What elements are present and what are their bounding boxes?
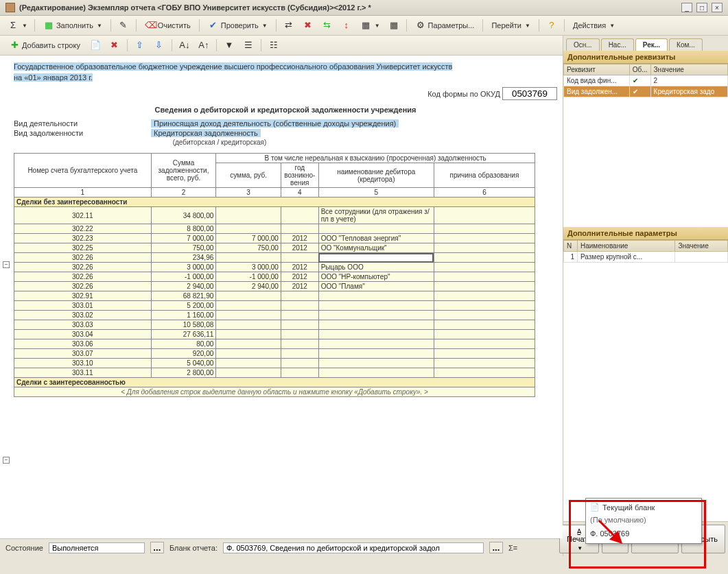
- add-row-button[interactable]: ✚Добавить строку: [4, 38, 85, 53]
- doc-icon: 📄: [590, 503, 600, 512]
- col-group: В том числе нереальная к взысканию (прос…: [216, 154, 535, 163]
- tool-icon-4[interactable]: ↕: [338, 18, 355, 33]
- tool-y-button[interactable]: ☷: [265, 38, 283, 53]
- tool-icon-5[interactable]: ▦▼: [357, 18, 384, 33]
- fill-button[interactable]: ▦Заполнить▼: [38, 18, 107, 33]
- sigma-label: Σ=: [508, 544, 517, 552]
- minimize-button[interactable]: _: [681, 3, 692, 12]
- popup-title: Текущий бланк: [602, 503, 655, 512]
- params-button[interactable]: ⚙Параметры...: [410, 18, 480, 33]
- section-row: Сделки с заинтересованностью: [14, 378, 535, 387]
- main-toolbar: Σ▼ ▦Заполнить▼ ✎ ⌫Очистить ✔Проверить▼ ⇄…: [0, 16, 728, 36]
- main-table[interactable]: Номер счета бухгалтерского учета Сумма з…: [14, 153, 535, 397]
- print-popup[interactable]: 📄Текущий бланк (По умолчанию) Ф. 0503769: [585, 498, 702, 544]
- check-button[interactable]: ✔Проверить▼: [203, 18, 272, 33]
- table-row[interactable]: 303.105 040,00: [14, 359, 535, 368]
- debt-value: Кредиторская задолженность: [151, 129, 261, 137]
- col-reason: причина образования: [434, 163, 535, 188]
- state-label: Состояние: [5, 544, 43, 552]
- state-input[interactable]: [49, 542, 145, 553]
- form-picker[interactable]: ...: [489, 542, 503, 553]
- tool-icon-3[interactable]: ⇆: [318, 18, 336, 33]
- param-row: 1Размер крупной с...: [564, 251, 728, 262]
- maximize-button[interactable]: □: [696, 3, 707, 12]
- table-row[interactable]: 303.021 160,00: [14, 311, 535, 320]
- copy-row-button[interactable]: 📄: [86, 38, 104, 53]
- activity-label: Вид деятельности: [14, 119, 151, 128]
- table-row[interactable]: 303.015 200,00: [14, 301, 535, 311]
- col-debtor: наименование дебитора (кредитора): [318, 163, 434, 188]
- table-row[interactable]: 302.263 000,003 000,002012Рыцарь ООО: [14, 263, 535, 272]
- table-row[interactable]: 302.25750,00750,002012ОО "Коммунальщик": [14, 243, 535, 253]
- col-sum: Сумма задолженности, всего, руб.: [151, 154, 216, 188]
- collapse-section-1[interactable]: −: [3, 261, 10, 268]
- tab-main[interactable]: Осн...: [566, 38, 600, 51]
- col-account: Номер счета бухгалтерского учета: [14, 154, 152, 188]
- table-row[interactable]: 303.07920,00: [14, 349, 535, 359]
- requisites-grid[interactable]: РеквизитОб...Значение Код вида фин...✔2 …: [563, 64, 728, 97]
- clear-button[interactable]: ⌫Очистить: [140, 18, 196, 33]
- move-up-button[interactable]: ⇧: [131, 38, 149, 53]
- secondary-toolbar: ✚Добавить строку 📄 ✖ ⇧ ⇩ A↓ A↑ ▼ ☰ ☷: [0, 36, 563, 56]
- tool-icon-6[interactable]: ▦: [385, 18, 403, 33]
- sort-asc-button[interactable]: A↓: [176, 38, 193, 53]
- move-down-button[interactable]: ⇩: [150, 38, 168, 53]
- popup-default[interactable]: (По умолчанию): [589, 513, 698, 527]
- help-button[interactable]: ?: [543, 18, 561, 33]
- sort-desc-button[interactable]: A↑: [195, 38, 213, 53]
- table-row[interactable]: 302.1134 800,00Все сотрудники (для отраж…: [14, 207, 535, 224]
- close-button[interactable]: ×: [712, 3, 723, 12]
- pencil-button[interactable]: ✎: [115, 18, 132, 33]
- col-sum2: сумма, руб.: [216, 163, 281, 188]
- popup-item[interactable]: Ф. 0503769: [589, 527, 698, 540]
- section-row: Сделки без заинтересованности: [14, 198, 535, 207]
- table-row[interactable]: 303.0427 636,11: [14, 330, 535, 339]
- debt-sublabel: (дебиторская / кредиторская): [151, 139, 288, 146]
- goto-button[interactable]: Перейти▼: [486, 19, 535, 32]
- panel-params-title: Дополнительные параметры: [563, 227, 728, 240]
- tab-settings[interactable]: Нас...: [601, 38, 634, 51]
- activity-value: Приносящая доход деятельность (собственн…: [151, 119, 399, 128]
- table-row[interactable]: 303.0310 580,08: [14, 320, 535, 330]
- debt-label: Вид задолженности: [14, 129, 151, 137]
- status-bar: Состояние ... Бланк отчета: ... Σ=: [0, 538, 563, 556]
- actions-button[interactable]: Действия▼: [568, 19, 620, 32]
- tool-x-button[interactable]: ☰: [239, 38, 257, 53]
- params-grid[interactable]: NНаименованиеЗначение 1Размер крупной с.…: [563, 240, 728, 263]
- table-row[interactable]: 302.228 800,00: [14, 224, 535, 234]
- filter-button[interactable]: ▼: [220, 38, 238, 53]
- org-name: Государственное образовательное бюджетно…: [14, 62, 452, 71]
- report-date: на «01» января 2013 г.: [14, 73, 93, 82]
- table-row[interactable]: 302.9168 821,90: [14, 291, 535, 301]
- table-row[interactable]: 303.112 800,00: [14, 368, 535, 378]
- hint-row: < Для добавления строк выделите данную о…: [14, 387, 535, 397]
- panel-requisites-title: Дополнительные реквизиты: [563, 51, 728, 64]
- table-row[interactable]: 302.26-1 000,00-1 000,002012ООО "НР-комп…: [14, 272, 535, 282]
- document-area: Государственное образовательное бюджетно…: [0, 56, 563, 538]
- report-subtitle: Сведения о дебиторской и кредиторской за…: [14, 106, 557, 114]
- sigma-button[interactable]: Σ▼: [4, 18, 31, 33]
- collapse-section-2[interactable]: −: [3, 457, 10, 464]
- right-tabs: Осн... Нас... Рек... Ком...: [563, 36, 728, 51]
- requisite-row: Код вида фин...✔2: [564, 75, 728, 86]
- window-title: (Редактирование) Экземпляр отчета <ГОБУ …: [19, 3, 677, 12]
- tool-icon-1[interactable]: ⇄: [280, 18, 298, 33]
- form-input[interactable]: [223, 542, 484, 553]
- tool-icon-2[interactable]: ✖: [299, 18, 317, 33]
- table-row[interactable]: 303.0680,00: [14, 339, 535, 349]
- requisite-row-selected: Вид задолжен...✔Кредиторская задо: [564, 86, 728, 97]
- delete-row-button[interactable]: ✖: [106, 38, 124, 53]
- okud-label: Код формы по ОКУД: [427, 90, 500, 98]
- col-year: год возникно-вения: [281, 163, 318, 188]
- app-icon: [5, 3, 15, 12]
- state-picker[interactable]: ...: [150, 542, 164, 553]
- table-row[interactable]: 302.26234,96: [14, 253, 535, 263]
- tab-comment[interactable]: Ком...: [669, 38, 703, 51]
- titlebar: (Редактирование) Экземпляр отчета <ГОБУ …: [0, 0, 728, 16]
- tab-requisites[interactable]: Рек...: [635, 38, 668, 51]
- form-label: Бланк отчета:: [169, 544, 218, 552]
- table-row[interactable]: 302.237 000,007 000,002012ООО "Тепловая …: [14, 234, 535, 243]
- okud-input[interactable]: [502, 87, 557, 100]
- table-row[interactable]: 302.262 940,002 940,002012ООО "Пламя": [14, 282, 535, 291]
